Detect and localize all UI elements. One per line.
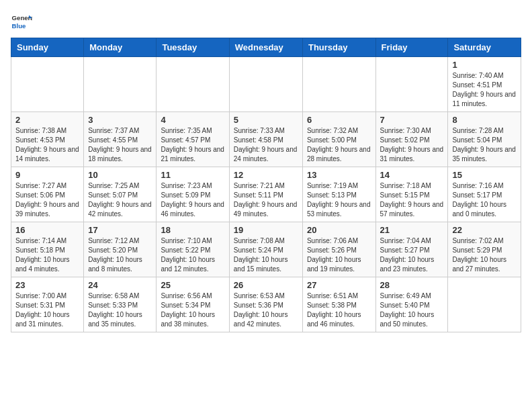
day-cell (229, 57, 302, 112)
day-cell: 26Sunrise: 6:53 AM Sunset: 5:36 PM Dayli… (229, 277, 302, 332)
day-cell: 20Sunrise: 7:06 AM Sunset: 5:26 PM Dayli… (302, 222, 375, 277)
day-number: 18 (161, 225, 224, 235)
day-cell: 17Sunrise: 7:12 AM Sunset: 5:20 PM Dayli… (84, 222, 157, 277)
week-row-4: 16Sunrise: 7:14 AM Sunset: 5:18 PM Dayli… (11, 222, 521, 277)
day-cell: 8Sunrise: 7:28 AM Sunset: 5:04 PM Daylig… (448, 112, 521, 167)
day-number: 22 (452, 225, 517, 235)
day-number: 27 (307, 280, 371, 290)
day-cell: 27Sunrise: 6:51 AM Sunset: 5:38 PM Dayli… (302, 277, 375, 332)
day-number: 15 (452, 170, 517, 180)
day-cell: 7Sunrise: 7:30 AM Sunset: 5:02 PM Daylig… (375, 112, 448, 167)
day-number: 2 (15, 115, 79, 125)
header-sunday: Sunday (11, 38, 84, 57)
day-cell: 5Sunrise: 7:33 AM Sunset: 4:58 PM Daylig… (229, 112, 302, 167)
day-number: 17 (88, 225, 152, 235)
day-info: Sunrise: 7:18 AM Sunset: 5:15 PM Dayligh… (380, 181, 444, 219)
day-cell: 15Sunrise: 7:16 AM Sunset: 5:17 PM Dayli… (448, 167, 521, 222)
day-cell: 11Sunrise: 7:23 AM Sunset: 5:09 PM Dayli… (157, 167, 229, 222)
day-number: 8 (452, 115, 517, 125)
day-info: Sunrise: 7:25 AM Sunset: 5:07 PM Dayligh… (88, 181, 152, 219)
day-info: Sunrise: 6:51 AM Sunset: 5:38 PM Dayligh… (307, 291, 371, 329)
day-number: 3 (88, 115, 152, 125)
day-cell: 24Sunrise: 6:58 AM Sunset: 5:33 PM Dayli… (84, 277, 157, 332)
day-cell (11, 57, 84, 112)
logo-icon: General Blue (11, 11, 32, 32)
week-row-5: 23Sunrise: 7:00 AM Sunset: 5:31 PM Dayli… (11, 277, 521, 332)
day-cell (375, 57, 448, 112)
day-cell: 1Sunrise: 7:40 AM Sunset: 4:51 PM Daylig… (448, 57, 521, 112)
day-cell: 18Sunrise: 7:10 AM Sunset: 5:22 PM Dayli… (157, 222, 229, 277)
day-number: 20 (307, 225, 371, 235)
day-cell: 6Sunrise: 7:32 AM Sunset: 5:00 PM Daylig… (302, 112, 375, 167)
day-cell: 14Sunrise: 7:18 AM Sunset: 5:15 PM Dayli… (375, 167, 448, 222)
day-info: Sunrise: 6:56 AM Sunset: 5:34 PM Dayligh… (161, 291, 224, 329)
calendar-table: SundayMondayTuesdayWednesdayThursdayFrid… (11, 38, 521, 332)
day-info: Sunrise: 7:37 AM Sunset: 4:55 PM Dayligh… (88, 126, 152, 164)
day-cell: 21Sunrise: 7:04 AM Sunset: 5:27 PM Dayli… (375, 222, 448, 277)
day-info: Sunrise: 7:23 AM Sunset: 5:09 PM Dayligh… (161, 181, 224, 219)
day-cell: 12Sunrise: 7:21 AM Sunset: 5:11 PM Dayli… (229, 167, 302, 222)
day-number: 24 (88, 280, 152, 290)
day-number: 13 (307, 170, 371, 180)
week-row-1: 1Sunrise: 7:40 AM Sunset: 4:51 PM Daylig… (11, 57, 521, 112)
day-number: 4 (161, 115, 224, 125)
day-number: 26 (234, 280, 298, 290)
day-info: Sunrise: 7:08 AM Sunset: 5:24 PM Dayligh… (234, 236, 298, 274)
header-tuesday: Tuesday (157, 38, 229, 57)
day-info: Sunrise: 7:32 AM Sunset: 5:00 PM Dayligh… (307, 126, 371, 164)
day-info: Sunrise: 7:28 AM Sunset: 5:04 PM Dayligh… (452, 126, 517, 164)
day-cell (302, 57, 375, 112)
svg-text:Blue: Blue (12, 22, 26, 30)
day-info: Sunrise: 7:14 AM Sunset: 5:18 PM Dayligh… (15, 236, 79, 274)
day-cell: 22Sunrise: 7:02 AM Sunset: 5:29 PM Dayli… (448, 222, 521, 277)
day-number: 6 (307, 115, 371, 125)
day-cell: 16Sunrise: 7:14 AM Sunset: 5:18 PM Dayli… (11, 222, 84, 277)
day-info: Sunrise: 7:02 AM Sunset: 5:29 PM Dayligh… (452, 236, 517, 274)
day-info: Sunrise: 7:30 AM Sunset: 5:02 PM Dayligh… (380, 126, 444, 164)
day-cell (157, 57, 229, 112)
day-number: 9 (15, 170, 79, 180)
day-number: 25 (161, 280, 224, 290)
day-cell: 28Sunrise: 6:49 AM Sunset: 5:40 PM Dayli… (375, 277, 448, 332)
day-info: Sunrise: 7:21 AM Sunset: 5:11 PM Dayligh… (234, 181, 298, 219)
day-cell: 23Sunrise: 7:00 AM Sunset: 5:31 PM Dayli… (11, 277, 84, 332)
day-info: Sunrise: 7:10 AM Sunset: 5:22 PM Dayligh… (161, 236, 224, 274)
day-cell (84, 57, 157, 112)
day-info: Sunrise: 7:33 AM Sunset: 4:58 PM Dayligh… (234, 126, 298, 164)
day-number: 16 (15, 225, 79, 235)
day-info: Sunrise: 7:04 AM Sunset: 5:27 PM Dayligh… (380, 236, 444, 274)
day-number: 21 (380, 225, 444, 235)
day-cell: 10Sunrise: 7:25 AM Sunset: 5:07 PM Dayli… (84, 167, 157, 222)
day-info: Sunrise: 7:35 AM Sunset: 4:57 PM Dayligh… (161, 126, 224, 164)
day-number: 14 (380, 170, 444, 180)
day-cell (448, 277, 521, 332)
day-cell: 13Sunrise: 7:19 AM Sunset: 5:13 PM Dayli… (302, 167, 375, 222)
logo: General Blue (11, 11, 32, 32)
day-number: 10 (88, 170, 152, 180)
day-number: 12 (234, 170, 298, 180)
day-info: Sunrise: 7:06 AM Sunset: 5:26 PM Dayligh… (307, 236, 371, 274)
day-number: 7 (380, 115, 444, 125)
day-info: Sunrise: 7:38 AM Sunset: 4:53 PM Dayligh… (15, 126, 79, 164)
day-number: 19 (234, 225, 298, 235)
day-number: 5 (234, 115, 298, 125)
week-row-3: 9Sunrise: 7:27 AM Sunset: 5:06 PM Daylig… (11, 167, 521, 222)
page-header: General Blue (11, 11, 521, 32)
header-friday: Friday (375, 38, 448, 57)
week-row-2: 2Sunrise: 7:38 AM Sunset: 4:53 PM Daylig… (11, 112, 521, 167)
day-info: Sunrise: 7:00 AM Sunset: 5:31 PM Dayligh… (15, 291, 79, 329)
day-info: Sunrise: 7:19 AM Sunset: 5:13 PM Dayligh… (307, 181, 371, 219)
day-info: Sunrise: 7:27 AM Sunset: 5:06 PM Dayligh… (15, 181, 79, 219)
day-number: 28 (380, 280, 444, 290)
header-monday: Monday (84, 38, 157, 57)
day-info: Sunrise: 7:40 AM Sunset: 4:51 PM Dayligh… (452, 71, 517, 109)
day-cell: 9Sunrise: 7:27 AM Sunset: 5:06 PM Daylig… (11, 167, 84, 222)
header-saturday: Saturday (448, 38, 521, 57)
day-number: 1 (452, 60, 517, 70)
day-cell: 4Sunrise: 7:35 AM Sunset: 4:57 PM Daylig… (157, 112, 229, 167)
day-info: Sunrise: 7:12 AM Sunset: 5:20 PM Dayligh… (88, 236, 152, 274)
day-cell: 2Sunrise: 7:38 AM Sunset: 4:53 PM Daylig… (11, 112, 84, 167)
day-cell: 25Sunrise: 6:56 AM Sunset: 5:34 PM Dayli… (157, 277, 229, 332)
day-info: Sunrise: 7:16 AM Sunset: 5:17 PM Dayligh… (452, 181, 517, 219)
header-row: SundayMondayTuesdayWednesdayThursdayFrid… (11, 38, 521, 57)
